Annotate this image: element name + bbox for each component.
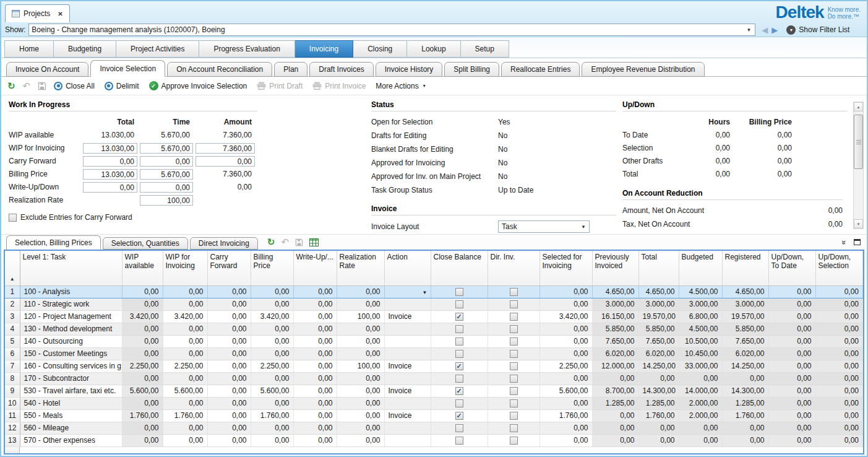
column-header-action[interactable]: Action [384, 251, 431, 285]
column-header-previously_invoiced[interactable]: Previously Invoiced [592, 251, 638, 285]
cell-billing_price[interactable]: 0,00 [251, 347, 293, 360]
cell-realization_rate[interactable]: 0,00 [337, 335, 384, 347]
exclude-entries-checkbox-row[interactable]: Exclude Entries for Carry Forward [9, 213, 257, 222]
cell-realization_rate[interactable]: 0,00 [337, 372, 384, 385]
column-header-carry_forward[interactable]: Carry Forward [207, 251, 251, 285]
column-header-updown_selection[interactable]: Up/Down, Selection [815, 251, 863, 285]
undo-icon[interactable]: ↶ [281, 237, 289, 248]
delimit-button[interactable]: Delimit [105, 82, 139, 90]
cell-billing_price[interactable]: 1.760,00 [251, 409, 293, 422]
row-number[interactable]: 4 [5, 323, 20, 335]
tab-closing[interactable]: Closing [353, 40, 407, 58]
cell-task[interactable]: 150 - Customer Meetings [20, 347, 122, 360]
cell-wip_for_invoicing[interactable]: 0,00 [163, 298, 207, 310]
cell-action[interactable] [384, 422, 431, 434]
cell-carry_forward[interactable]: 0,00 [207, 434, 251, 446]
cell-task[interactable]: 110 - Strategic work [20, 298, 122, 310]
cell-task[interactable]: 130 - Method development [20, 323, 122, 335]
subtab-draft-invoices[interactable]: Draft Invoices [309, 62, 373, 77]
cell-billing_price[interactable]: 0,00 [251, 397, 293, 409]
cell-realization_rate[interactable]: 100,00 [337, 310, 384, 323]
column-header-dir_inv[interactable]: Dir. Inv. [488, 251, 539, 285]
cell-wip_for_invoicing[interactable]: 0,00 [163, 347, 207, 360]
cell-billing_price[interactable]: 0,00 [251, 372, 293, 385]
pane-tab-direct-invoicing[interactable]: Direct Invoicing [190, 237, 258, 250]
cell-wip_for_invoicing[interactable]: 1.760,00 [163, 409, 207, 422]
wip-input-field[interactable]: 0,00 [196, 156, 255, 167]
dir-inv-checkbox[interactable] [510, 375, 518, 383]
row-number[interactable]: 7 [5, 360, 20, 372]
cell-task[interactable]: 550 - Meals [20, 409, 122, 422]
wip-input-field[interactable]: 100,00 [140, 195, 193, 206]
tab-progress-evaluation[interactable]: Progress Evaluation [199, 40, 294, 58]
scrollbar-track[interactable] [854, 111, 863, 219]
subtab-reallocate-entries[interactable]: Reallocate Entries [501, 62, 580, 77]
row-number[interactable]: 10 [5, 397, 20, 409]
column-header-total[interactable]: Total [638, 251, 679, 285]
cell-wip_for_invoicing[interactable]: 3.420,00 [163, 310, 207, 323]
tab-budgeting[interactable]: Budgeting [54, 40, 116, 58]
cell-write_up_down[interactable]: 0,00 [293, 434, 337, 446]
undo-icon[interactable]: ↶ [23, 81, 31, 92]
cell-realization_rate[interactable]: 0,00 [337, 397, 384, 409]
cell-realization_rate[interactable]: 0,00 [337, 347, 384, 360]
sort-ascending-icon[interactable]: ▲ [10, 276, 15, 282]
tab-project-activities[interactable]: Project Activities [116, 40, 199, 58]
column-header-wip_for_invoicing[interactable]: WIP for Invoicing [163, 251, 207, 285]
subtab-invoice-on-account[interactable]: Invoice On Account [6, 62, 88, 77]
cell-carry_forward[interactable]: 0,00 [207, 372, 251, 385]
cell-selected_for_invoicing[interactable]: 5.600,00 [539, 385, 592, 397]
cell-billing_price[interactable]: 0,00 [251, 422, 293, 434]
cell-action[interactable]: Invoice [384, 360, 431, 372]
cell-selected_for_invoicing[interactable]: 1.760,00 [539, 409, 592, 422]
cell-write_up_down[interactable]: 0,00 [293, 422, 337, 434]
cell-carry_forward[interactable]: 0,00 [207, 347, 251, 360]
cell-billing_price[interactable]: 3.420,00 [251, 310, 293, 323]
row-number[interactable]: 13 [5, 434, 20, 446]
cell-wip_for_invoicing[interactable]: 0,00 [163, 285, 207, 298]
close-balance-checkbox[interactable] [455, 288, 463, 296]
show-project-dropdown[interactable]: Boeing - Change management analysis (102… [28, 24, 755, 36]
collapse-pane-icon[interactable]: » [840, 240, 849, 244]
table-view-icon[interactable] [309, 238, 319, 246]
print-draft-button[interactable]: Print Draft [257, 82, 303, 90]
cell-task[interactable]: 140 - Outsourcing [20, 335, 122, 347]
cell-realization_rate[interactable]: 0,00 [337, 285, 384, 298]
close-balance-checkbox[interactable] [455, 300, 463, 308]
wip-input-field[interactable]: 13.030,00 [83, 143, 137, 154]
cell-carry_forward[interactable]: 0,00 [207, 397, 251, 409]
cell-realization_rate[interactable]: 0,00 [337, 323, 384, 335]
wip-input-field[interactable]: 0,00 [83, 182, 137, 193]
cell-write_up_down[interactable]: 0,00 [293, 372, 337, 385]
close-balance-checkbox[interactable] [455, 375, 463, 383]
close-balance-checkbox[interactable] [455, 399, 463, 407]
cell-realization_rate[interactable]: 100,00 [337, 360, 384, 372]
cell-action[interactable] [384, 335, 431, 347]
cell-selected_for_invoicing[interactable]: 0,00 [539, 372, 592, 385]
cell-task[interactable]: 570 - Other expenses [20, 434, 122, 446]
column-header-close_balance[interactable]: Close Balance [431, 251, 488, 285]
cell-wip_for_invoicing[interactable]: 2.250,00 [163, 360, 207, 372]
dir-inv-checkbox[interactable] [510, 412, 518, 420]
subtab-plan[interactable]: Plan [274, 62, 307, 77]
cell-carry_forward[interactable]: 0,00 [207, 323, 251, 335]
invoice-layout-dropdown[interactable]: Task ▼ [498, 220, 590, 233]
pane-tab-selection-quantities[interactable]: Selection, Quantities [103, 237, 188, 250]
cell-write_up_down[interactable]: 0,00 [293, 285, 337, 298]
cell-carry_forward[interactable]: 0,00 [207, 360, 251, 372]
dir-inv-checkbox[interactable] [510, 337, 518, 346]
column-header-task[interactable]: Level 1: Task [20, 251, 122, 285]
cell-task[interactable]: 170 - Subcontractor [20, 372, 122, 385]
cell-action[interactable]: Invoice [384, 385, 431, 397]
cell-write_up_down[interactable]: 0,00 [293, 360, 337, 372]
cell-billing_price[interactable]: 5.600,00 [251, 385, 293, 397]
cell-selected_for_invoicing[interactable]: 0,00 [539, 397, 592, 409]
close-balance-checkbox[interactable]: ✓ [455, 412, 463, 420]
row-number[interactable]: 1 [5, 285, 20, 298]
vertical-scrollbar[interactable]: ▲ ▼ [853, 102, 864, 229]
wip-input-field[interactable]: 5.670,00 [140, 143, 193, 154]
column-header-write_up_down[interactable]: Write-Up/... [293, 251, 337, 285]
column-header-selected_for_invoicing[interactable]: Selected for Invoicing [539, 251, 592, 285]
subtab-employee-revenue-distribution[interactable]: Employee Revenue Distribution [582, 62, 704, 77]
cell-action[interactable] [384, 397, 431, 409]
